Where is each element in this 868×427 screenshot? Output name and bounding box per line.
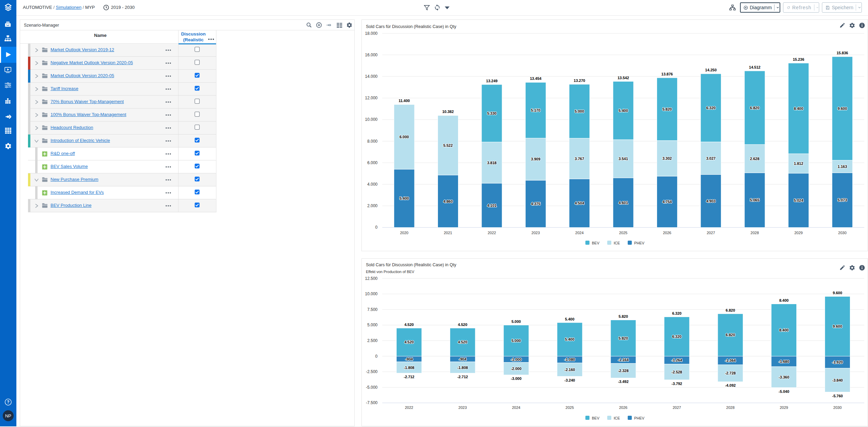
svg-text:4.520: 4.520 — [458, 340, 468, 344]
svg-text:12.500: 12.500 — [365, 276, 378, 281]
svg-text:2.500: 2.500 — [367, 338, 378, 343]
svg-text:2029: 2029 — [780, 405, 788, 410]
svg-text:-2.500: -2.500 — [366, 369, 378, 374]
svg-text:2030: 2030 — [833, 405, 841, 410]
svg-text:5.073: 5.073 — [838, 198, 847, 202]
svg-text:4.375: 4.375 — [531, 202, 541, 206]
svg-text:5.024: 5.024 — [794, 198, 803, 202]
svg-text:2023: 2023 — [531, 231, 540, 235]
svg-text:0: 0 — [375, 225, 378, 230]
svg-text:10.000: 10.000 — [365, 117, 378, 122]
svg-text:-5.760: -5.760 — [832, 394, 843, 398]
svg-text:-2.528: -2.528 — [671, 370, 682, 374]
svg-text:3.302: 3.302 — [663, 156, 672, 160]
svg-text:Sold Cars für Discussion (Real: Sold Cars für Discussion (Realistic Case… — [366, 24, 456, 29]
svg-text:9.600: 9.600 — [838, 106, 847, 111]
svg-text:-3.492: -3.492 — [618, 380, 628, 384]
svg-text:5.065: 5.065 — [750, 198, 759, 202]
svg-text:4.903: 4.903 — [706, 199, 716, 203]
svg-text:4.520: 4.520 — [458, 323, 468, 327]
svg-text:4.504: 4.504 — [575, 201, 584, 205]
svg-text:2027: 2027 — [707, 231, 715, 235]
svg-text:8.000: 8.000 — [367, 139, 378, 144]
svg-text:7.500: 7.500 — [367, 307, 378, 312]
svg-text:6.000: 6.000 — [367, 160, 378, 165]
svg-text:4.520: 4.520 — [404, 323, 414, 327]
svg-text:3.767: 3.767 — [575, 157, 584, 161]
svg-text:-5.040: -5.040 — [779, 389, 789, 394]
svg-text:2022: 2022 — [405, 405, 413, 410]
svg-text:6.820: 6.820 — [726, 333, 735, 337]
svg-text:8.400: 8.400 — [779, 328, 789, 332]
svg-text:6.320: 6.320 — [672, 335, 682, 339]
svg-text:-1.164: -1.164 — [618, 358, 629, 362]
svg-text:-3.792: -3.792 — [671, 382, 682, 386]
svg-text:2028: 2028 — [751, 231, 759, 235]
svg-text:5.400: 5.400 — [565, 337, 574, 341]
svg-text:14.250: 14.250 — [705, 68, 717, 72]
svg-text:-2.712: -2.712 — [457, 375, 468, 379]
svg-text:6.000: 6.000 — [399, 135, 409, 139]
svg-text:4.601: 4.601 — [618, 201, 628, 205]
svg-text:5.400: 5.400 — [565, 317, 574, 321]
svg-text:6.820: 6.820 — [750, 106, 759, 110]
svg-text:2.000: 2.000 — [367, 203, 378, 208]
svg-text:4.860: 4.860 — [443, 199, 453, 203]
svg-text:-4.092: -4.092 — [725, 383, 736, 387]
svg-text:Sold Cars für Discussion (Real: Sold Cars für Discussion (Realistic Case… — [366, 262, 456, 267]
svg-text:-2.000: -2.000 — [511, 367, 522, 371]
svg-text:5.330: 5.330 — [487, 111, 497, 115]
svg-text:ICE: ICE — [614, 416, 620, 420]
svg-text:5.820: 5.820 — [618, 314, 628, 318]
svg-text:13.454: 13.454 — [530, 76, 542, 81]
svg-text:-1.808: -1.808 — [404, 366, 414, 370]
svg-text:2025: 2025 — [619, 231, 627, 235]
svg-text:5.170: 5.170 — [531, 108, 541, 112]
svg-text:4.101: 4.101 — [487, 203, 497, 208]
svg-text:2025: 2025 — [566, 405, 574, 410]
svg-text:-3.000: -3.000 — [511, 376, 522, 381]
svg-text:14.000: 14.000 — [365, 74, 378, 79]
svg-text:-2.328: -2.328 — [618, 369, 628, 373]
svg-text:5.000: 5.000 — [511, 319, 521, 324]
svg-text:13.249: 13.249 — [486, 79, 498, 83]
svg-text:3.541: 3.541 — [618, 157, 628, 161]
svg-text:Effekt von Production of BEV: Effekt von Production of BEV — [366, 270, 414, 274]
svg-text:3.909: 3.909 — [531, 157, 541, 161]
svg-text:6.320: 6.320 — [672, 311, 682, 315]
svg-text:-1.920: -1.920 — [832, 360, 843, 364]
svg-text:ICE: ICE — [614, 241, 620, 245]
svg-text:2024: 2024 — [512, 405, 520, 410]
svg-text:2022: 2022 — [488, 231, 496, 235]
svg-text:14.512: 14.512 — [749, 65, 760, 69]
svg-text:13.542: 13.542 — [617, 76, 629, 80]
svg-text:5.000: 5.000 — [575, 109, 584, 113]
svg-text:10.382: 10.382 — [442, 110, 454, 114]
svg-text:-3.240: -3.240 — [564, 378, 575, 382]
svg-text:6.820: 6.820 — [726, 308, 735, 312]
svg-text:2024: 2024 — [575, 231, 583, 235]
svg-text:1.812: 1.812 — [794, 161, 803, 166]
svg-text:15.236: 15.236 — [793, 57, 805, 61]
svg-text:0: 0 — [375, 354, 378, 359]
svg-text:8.400: 8.400 — [779, 298, 789, 302]
svg-text:2023: 2023 — [458, 405, 467, 410]
svg-text:-2.728: -2.728 — [725, 371, 736, 375]
svg-text:-2.160: -2.160 — [564, 368, 575, 372]
svg-text:5.522: 5.522 — [443, 143, 453, 147]
svg-text:5.820: 5.820 — [663, 107, 672, 111]
svg-text:4.000: 4.000 — [367, 182, 378, 187]
svg-text:10.000: 10.000 — [365, 291, 378, 296]
svg-text:-904: -904 — [405, 357, 413, 361]
svg-text:-7.500: -7.500 — [366, 400, 378, 405]
svg-text:-1.264: -1.264 — [671, 358, 682, 362]
svg-text:2026: 2026 — [619, 405, 627, 410]
svg-text:-2.712: -2.712 — [404, 375, 414, 379]
svg-text:4.520: 4.520 — [404, 340, 414, 344]
svg-text:-904: -904 — [459, 357, 467, 361]
svg-text:2027: 2027 — [673, 405, 681, 410]
svg-text:-3.840: -3.840 — [832, 378, 843, 382]
svg-text:BEV: BEV — [592, 241, 600, 245]
svg-text:BEV: BEV — [592, 416, 600, 420]
svg-text:3.818: 3.818 — [487, 161, 497, 165]
